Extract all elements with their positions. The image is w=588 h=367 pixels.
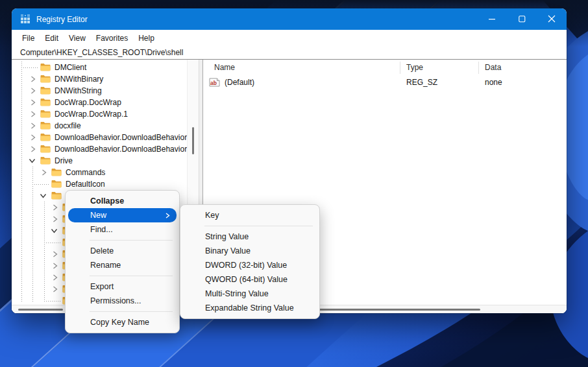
window-controls [477, 8, 567, 30]
menu-item-collapse[interactable]: Collapse [66, 194, 179, 208]
menu-item-rename[interactable]: Rename [66, 258, 179, 272]
tree-item-dnwithstring[interactable]: DNWithString [12, 85, 187, 97]
menu-item-binary-value[interactable]: Binary Value [180, 244, 319, 258]
menu-item-qword-64-bit-value[interactable]: QWORD (64-bit) Value [180, 272, 319, 287]
tree-item-commands[interactable]: Commands [12, 167, 187, 178]
tree-item-defaulticon[interactable]: DefaultIcon [12, 178, 187, 190]
menu-separator [90, 311, 173, 312]
tree-item-docwrap-docwrap-1[interactable]: DocWrap.DocWrap.1 [12, 108, 187, 120]
registry-editor-icon [21, 14, 31, 24]
chevron-right-icon[interactable] [31, 123, 36, 129]
menu-item-label: Find... [90, 225, 113, 234]
menu-item-find[interactable]: Find... [66, 222, 179, 237]
menu-item-label: Permissions... [90, 296, 141, 305]
menu-item-string-value[interactable]: String Value [180, 230, 319, 244]
menu-item-label: Collapse [90, 196, 124, 206]
chevron-right-icon[interactable] [53, 204, 58, 211]
tree-item-label: DNWithString [55, 86, 102, 95]
scrollbar-thumb[interactable] [18, 309, 63, 311]
value-data: none [485, 75, 502, 89]
tree-item-dnwithbinary[interactable]: DNWithBinary [12, 73, 187, 85]
menu-item-label: Expandable String Value [205, 303, 294, 313]
menu-item-label: DWORD (32-bit) Value [205, 261, 287, 270]
menu-item-label: Key [205, 211, 219, 220]
context-menu: CollapseNewFind...DeleteRenameExportPerm… [65, 190, 180, 333]
chevron-right-icon[interactable] [53, 216, 58, 222]
window-title: Registry Editor [36, 15, 88, 24]
tree-item-docxfile[interactable]: docxfile [12, 120, 187, 132]
chevron-right-icon[interactable] [42, 169, 47, 176]
chevron-down-icon[interactable] [40, 193, 47, 198]
titlebar[interactable]: Registry Editor [12, 8, 567, 30]
menu-view[interactable]: View [67, 32, 87, 44]
value-row-default[interactable]: ab(Default) [209, 75, 254, 89]
tree-item-downloadbehavior-downloadbehavior[interactable]: DownloadBehavior.DownloadBehavior. [12, 143, 187, 155]
chevron-right-icon[interactable] [31, 111, 36, 117]
chevron-right-icon[interactable] [31, 99, 36, 106]
menu-item-copy-key-name[interactable]: Copy Key Name [66, 315, 179, 329]
scrollbar-thumb[interactable] [192, 127, 194, 154]
folder-icon [40, 98, 51, 106]
column-separator[interactable] [478, 62, 479, 74]
menu-item-label: Rename [90, 261, 121, 270]
tree-item-label: Commands [66, 168, 105, 177]
tree-item-label: DefaultIcon [66, 180, 105, 189]
chevron-right-icon[interactable] [53, 263, 58, 269]
chevron-down-icon[interactable] [29, 158, 36, 163]
menu-item-label: Delete [90, 246, 114, 255]
tree-item-dmclient[interactable]: DMClient [12, 62, 187, 73]
menu-help[interactable]: Help [137, 32, 156, 44]
menu-item-multi-string-value[interactable]: Multi-String Value [180, 287, 319, 301]
scrollbar-thumb[interactable] [292, 309, 480, 311]
menu-item-delete[interactable]: Delete [66, 244, 179, 258]
folder-icon [40, 75, 51, 83]
chevron-down-icon[interactable] [51, 228, 58, 233]
tree-item-label: DownloadBehavior.DownloadBehavior. [55, 145, 187, 154]
chevron-right-icon[interactable] [31, 134, 36, 141]
column-header-data[interactable]: Data [485, 60, 501, 75]
menu-edit[interactable]: Edit [43, 32, 60, 44]
tree-item-docwrap-docwrap[interactable]: DocWrap.DocWrap [12, 97, 187, 108]
chevron-right-icon[interactable] [31, 76, 36, 82]
column-header-name[interactable]: Name [214, 60, 235, 75]
close-button[interactable] [537, 8, 567, 30]
svg-text:ab: ab [210, 80, 217, 86]
column-header-type[interactable]: Type [406, 60, 423, 75]
column-separator[interactable] [400, 62, 400, 74]
menu-item-permissions[interactable]: Permissions... [66, 294, 179, 308]
tree-item-label: DocWrap.DocWrap.1 [55, 110, 128, 119]
tree-connector [32, 184, 50, 185]
address-bar[interactable]: Computer\HKEY_CLASSES_ROOT\Drive\shell [12, 46, 567, 60]
menu-favorites[interactable]: Favorites [95, 32, 129, 44]
chevron-right-icon[interactable] [53, 286, 58, 292]
tree-item-drive[interactable]: Drive [12, 155, 187, 167]
chevron-right-icon[interactable] [31, 88, 36, 94]
menu-bar: FileEditViewFavoritesHelp [12, 30, 567, 46]
chevron-right-icon[interactable] [53, 251, 58, 257]
string-value-icon: ab [209, 78, 220, 87]
menu-item-key[interactable]: Key [180, 208, 319, 222]
minimize-button[interactable] [477, 8, 507, 30]
menu-item-expandable-string-value[interactable]: Expandable String Value [180, 301, 319, 315]
folder-icon [40, 86, 51, 95]
menu-item-dword-32-bit-value[interactable]: DWORD (32-bit) Value [180, 258, 319, 272]
address-text: Computer\HKEY_CLASSES_ROOT\Drive\shell [20, 48, 183, 57]
tree-item-label: Drive [55, 156, 73, 165]
tree-item-label: docxfile [55, 121, 81, 130]
folder-icon [40, 145, 51, 153]
minimize-icon [489, 14, 496, 25]
chevron-right-icon[interactable] [31, 146, 36, 152]
chevron-right-icon[interactable] [53, 274, 58, 281]
menu-item-label: Binary Value [205, 246, 251, 255]
close-icon [548, 14, 556, 25]
submenu-arrow-icon [165, 213, 170, 219]
desktop: Registry Editor FileEditViewFavoritesHel… [0, 0, 588, 367]
menu-item-export[interactable]: Export [66, 279, 179, 294]
menu-item-new[interactable]: New [68, 208, 177, 222]
maximize-button[interactable] [507, 8, 537, 30]
folder-icon [40, 156, 51, 165]
folder-icon [40, 110, 51, 118]
menu-file[interactable]: File [21, 32, 36, 44]
tree-item-downloadbehavior-downloadbehavior[interactable]: DownloadBehavior.DownloadBehavior [12, 132, 187, 143]
folder-icon [51, 191, 62, 200]
